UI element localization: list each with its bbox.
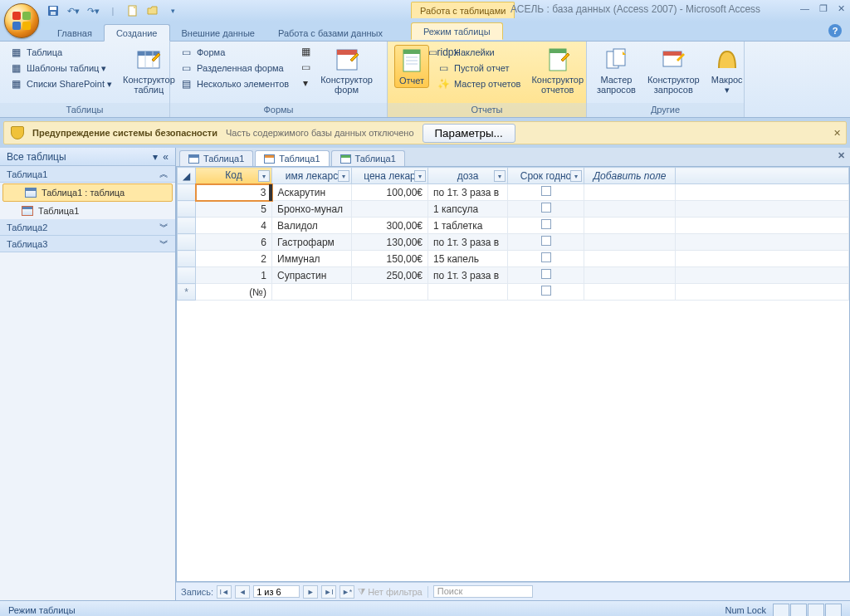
- office-button[interactable]: [4, 3, 39, 38]
- security-close-button[interactable]: ✕: [833, 128, 841, 139]
- view-pivot-button[interactable]: [790, 604, 807, 617]
- col-price[interactable]: цена лекар▾: [352, 168, 428, 184]
- cmd-query-wizard[interactable]: Мастер запросов: [594, 45, 639, 96]
- datasheet-grid[interactable]: ◢ Код▾ имя лекарс▾ цена лекар▾ доза▾ Сро…: [176, 166, 850, 582]
- cell-dose[interactable]: по 1т. 3 раза в: [428, 234, 508, 251]
- tab-home[interactable]: Главная: [46, 25, 104, 41]
- tab-database-tools[interactable]: Работа с базами данных: [266, 25, 394, 41]
- more-forms-icon[interactable]: ▾: [299, 76, 312, 90]
- cell-blank[interactable]: [584, 267, 676, 284]
- filter-dropdown-icon[interactable]: ▾: [258, 170, 270, 182]
- col-expiry[interactable]: Срок годно▾: [508, 168, 584, 184]
- cmd-report-wizard[interactable]: ✨Мастер отчетов: [434, 76, 523, 91]
- cmd-labels[interactable]: ▭ridpxНаклейки: [434, 45, 523, 60]
- security-options-button[interactable]: Параметры...: [423, 124, 515, 143]
- checkbox-icon[interactable]: [541, 203, 551, 213]
- record-position-input[interactable]: [253, 585, 300, 598]
- col-name[interactable]: имя лекарс▾: [272, 168, 352, 184]
- cell-price[interactable]: 130,00€: [352, 234, 428, 251]
- tab-datasheet[interactable]: Режим таблицы: [411, 22, 503, 40]
- cell-blank[interactable]: [584, 234, 676, 251]
- cell-expiry[interactable]: [508, 267, 584, 284]
- cell-blank[interactable]: [584, 201, 676, 218]
- qat-more-icon[interactable]: ▾: [165, 3, 180, 18]
- cell-new-id[interactable]: (№): [196, 284, 272, 301]
- nav-group-table2[interactable]: Таблица2︾: [0, 219, 175, 236]
- restore-button[interactable]: ❐: [819, 3, 828, 14]
- cmd-sharepoint-lists[interactable]: ▦Списки SharePoint ▾: [7, 76, 115, 91]
- checkbox-icon[interactable]: [541, 252, 551, 262]
- row-selector[interactable]: [178, 218, 196, 234]
- next-record-button[interactable]: ►: [303, 585, 318, 599]
- cell-blank[interactable]: [584, 218, 676, 234]
- new-record-button[interactable]: ►*: [340, 585, 354, 599]
- nav-item-table1-form[interactable]: Таблица1: [0, 203, 175, 219]
- cell-dose[interactable]: по 1т. 3 раза в: [428, 267, 508, 284]
- cell-name[interactable]: Валидол: [272, 218, 352, 234]
- checkbox-icon[interactable]: [541, 219, 551, 229]
- cell-price[interactable]: 250,00€: [352, 267, 428, 284]
- cell-expiry[interactable]: [508, 251, 584, 267]
- cell-name[interactable]: Супрастин: [272, 267, 352, 284]
- cell-blank[interactable]: [584, 184, 676, 201]
- cmd-macro[interactable]: Макрос ▾: [708, 45, 746, 96]
- search-input[interactable]: Поиск: [433, 585, 533, 598]
- doc-tab-2[interactable]: Таблица1: [331, 150, 405, 166]
- cell-dose[interactable]: по 1т. 3 раза в: [428, 184, 508, 201]
- cell-price[interactable]: 100,00€: [352, 184, 428, 201]
- first-record-button[interactable]: I◄: [217, 585, 232, 599]
- col-id[interactable]: Код▾: [196, 168, 272, 184]
- filter-dropdown-icon[interactable]: ▾: [570, 170, 582, 182]
- cell-price[interactable]: 150,00€: [352, 251, 428, 267]
- cell-name[interactable]: Аскарутин: [272, 184, 352, 201]
- pivot-icon[interactable]: ▦: [299, 45, 312, 58]
- doc-tab-1[interactable]: Таблица1: [255, 150, 329, 166]
- help-button[interactable]: ?: [828, 24, 842, 37]
- view-datasheet-button[interactable]: [773, 604, 789, 617]
- cell-name[interactable]: Бронхо-мунал: [272, 201, 352, 218]
- blank-form-icon[interactable]: ▭: [299, 61, 312, 74]
- cmd-form-design[interactable]: Конструктор форм: [317, 45, 376, 96]
- cell-name[interactable]: Иммунал: [272, 251, 352, 267]
- nav-collapse-icon[interactable]: «: [163, 151, 169, 163]
- doc-tab-0[interactable]: Таблица1: [179, 150, 253, 166]
- cmd-query-design[interactable]: Конструктор запросов: [644, 45, 703, 96]
- checkbox-icon[interactable]: [541, 236, 551, 246]
- cell-price[interactable]: [352, 201, 428, 218]
- row-selector[interactable]: [178, 234, 196, 251]
- cell-name[interactable]: Гастрофарм: [272, 234, 352, 251]
- filter-dropdown-icon[interactable]: ▾: [414, 170, 426, 182]
- nav-item-table1-table[interactable]: Таблица1 : таблица: [2, 183, 173, 202]
- view-chart-button[interactable]: [808, 604, 824, 617]
- cmd-form[interactable]: ▭Форма: [177, 45, 291, 60]
- cell-price[interactable]: 300,00€: [352, 218, 428, 234]
- undo-icon[interactable]: ↶▾: [66, 3, 81, 18]
- cell-expiry[interactable]: [508, 184, 584, 201]
- cell-blank[interactable]: [584, 251, 676, 267]
- redo-icon[interactable]: ↷▾: [85, 3, 100, 18]
- cell-id[interactable]: 1: [196, 267, 272, 284]
- close-button[interactable]: ✕: [838, 3, 845, 14]
- tab-external-data[interactable]: Внешние данные: [170, 25, 266, 41]
- tab-create[interactable]: Создание: [104, 24, 170, 42]
- view-design-button[interactable]: [825, 604, 842, 617]
- cell-expiry[interactable]: [508, 234, 584, 251]
- doc-close-button[interactable]: ✕: [838, 150, 845, 161]
- cell-id[interactable]: 6: [196, 234, 272, 251]
- cell-id[interactable]: 4: [196, 218, 272, 234]
- minimize-button[interactable]: —: [800, 3, 809, 14]
- cmd-report-design[interactable]: Конструктор отчетов: [528, 45, 587, 96]
- cmd-table-templates[interactable]: ▦Шаблоны таблиц ▾: [7, 61, 115, 76]
- cmd-table[interactable]: ▦Таблица: [7, 45, 115, 60]
- cell-expiry[interactable]: [508, 201, 584, 218]
- open-icon[interactable]: [145, 3, 160, 18]
- row-selector[interactable]: [178, 267, 196, 284]
- last-record-button[interactable]: ►I: [321, 585, 336, 599]
- cell-dose[interactable]: 1 капсула: [428, 201, 508, 218]
- col-dose[interactable]: доза▾: [428, 168, 508, 184]
- cell-dose[interactable]: 15 капель: [428, 251, 508, 267]
- nav-dropdown-icon[interactable]: ▾: [153, 151, 158, 163]
- nav-header[interactable]: Все таблицы ▾«: [0, 148, 175, 166]
- new-icon[interactable]: [125, 3, 140, 18]
- row-selector[interactable]: [178, 251, 196, 267]
